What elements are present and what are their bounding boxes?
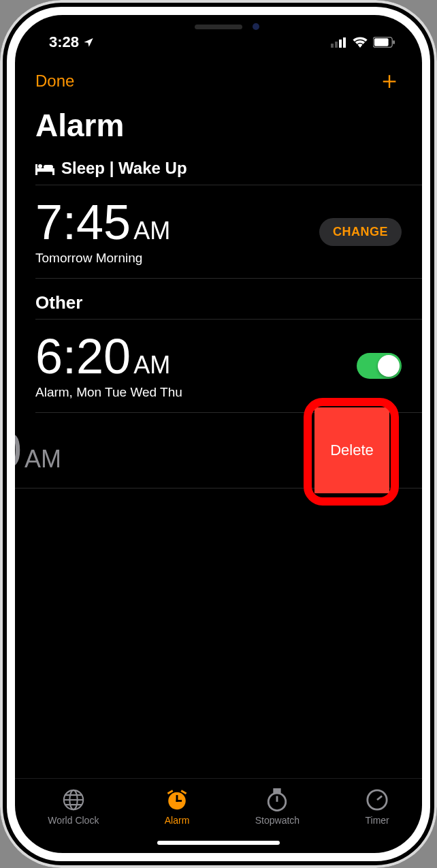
svg-rect-0 xyxy=(331,44,334,48)
nav-bar: Done ＋ xyxy=(15,56,422,104)
alarm-row-2-swiped[interactable]: 30 AM Delete xyxy=(15,413,422,488)
cellular-icon xyxy=(331,37,347,48)
notch xyxy=(127,15,310,41)
location-arrow-icon xyxy=(83,37,94,48)
tab-stopwatch[interactable]: Stopwatch xyxy=(255,788,300,826)
svg-rect-24 xyxy=(274,789,280,792)
timer-icon xyxy=(366,788,389,811)
tab-label: Timer xyxy=(366,815,389,826)
done-button[interactable]: Done xyxy=(35,72,74,91)
screen: 3:28 Done ＋ Alarm Sleep | Wake Up 7:45 xyxy=(15,15,422,853)
sleep-section-label: Sleep | Wake Up xyxy=(61,159,187,178)
alarm1-time: 6:20 xyxy=(35,332,131,381)
device-frame: 3:28 Done ＋ Alarm Sleep | Wake Up 7:45 xyxy=(0,0,437,868)
tab-label: Stopwatch xyxy=(255,815,300,826)
alarm2-ampm: AM xyxy=(25,445,61,474)
sleep-time: 7:45 xyxy=(35,198,131,247)
svg-rect-6 xyxy=(393,40,395,44)
svg-point-10 xyxy=(38,164,42,168)
svg-point-22 xyxy=(269,793,287,811)
svg-rect-9 xyxy=(52,168,54,175)
svg-rect-2 xyxy=(339,40,342,48)
add-alarm-button[interactable]: ＋ xyxy=(377,64,402,97)
tab-bar: World Clock Alarm Stopwatch Timer xyxy=(15,778,422,853)
sleep-section-header: Sleep | Wake Up xyxy=(15,155,422,185)
status-time: 3:28 xyxy=(49,33,79,51)
tab-label: Alarm xyxy=(165,815,190,826)
alarm2-time-partial: 30 xyxy=(15,426,22,475)
alarm1-subtitle: Alarm, Mon Tue Wed Thu xyxy=(35,385,182,400)
alarm1-toggle[interactable] xyxy=(357,353,402,379)
stopwatch-icon xyxy=(265,788,289,811)
page-title: Alarm xyxy=(15,104,422,155)
other-section-header: Other xyxy=(15,279,422,319)
change-button[interactable]: CHANGE xyxy=(319,218,402,246)
sleep-subtitle: Tomorrow Morning xyxy=(35,251,170,266)
svg-rect-3 xyxy=(343,37,346,48)
alarm-row-1[interactable]: 6:20 AM Alarm, Mon Tue Wed Thu xyxy=(15,320,422,412)
svg-line-26 xyxy=(377,796,382,800)
sleep-alarm-row[interactable]: 7:45 AM Tomorrow Morning CHANGE xyxy=(15,185,422,278)
delete-button[interactable]: Delete xyxy=(314,407,389,493)
alarm-clock-icon xyxy=(165,788,189,811)
home-indicator[interactable] xyxy=(157,841,280,845)
globe-icon xyxy=(62,788,85,811)
tab-alarm[interactable]: Alarm xyxy=(165,788,190,826)
tab-label: World Clock xyxy=(48,815,99,826)
svg-rect-11 xyxy=(44,165,53,169)
svg-rect-19 xyxy=(176,800,182,802)
alarm1-ampm: AM xyxy=(133,351,170,379)
tab-timer[interactable]: Timer xyxy=(366,788,389,826)
tab-world-clock[interactable]: World Clock xyxy=(48,788,99,826)
wifi-icon xyxy=(353,37,368,48)
svg-rect-1 xyxy=(335,42,338,48)
bed-icon xyxy=(35,161,54,175)
sleep-ampm: AM xyxy=(133,217,170,245)
battery-icon xyxy=(373,37,395,48)
svg-rect-5 xyxy=(374,38,389,46)
